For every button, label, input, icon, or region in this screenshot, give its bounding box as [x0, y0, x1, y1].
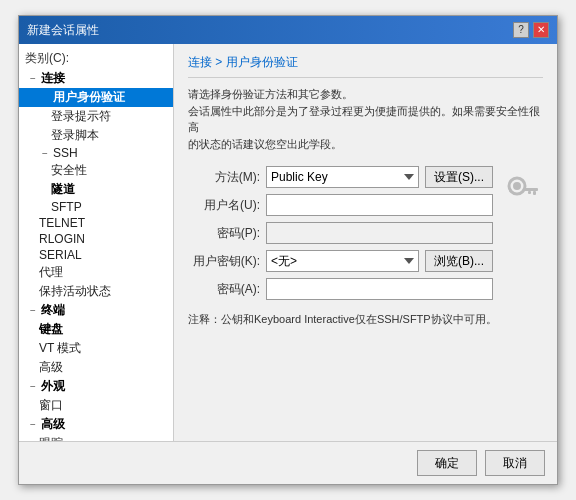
icon-column	[503, 166, 543, 300]
sidebar-item-label: 高级	[41, 416, 65, 433]
username-label: 用户名(U):	[188, 197, 260, 214]
help-button[interactable]: ?	[513, 22, 529, 38]
expand-icon: −	[27, 381, 39, 392]
svg-point-1	[513, 182, 521, 190]
userkey-select[interactable]: <无>	[266, 250, 419, 272]
sidebar-item-label: 安全性	[51, 162, 87, 179]
userkey-row: 用户密钥(K): <无> 浏览(B)...	[188, 250, 493, 272]
sidebar-item-login-hint[interactable]: 登录提示符	[19, 107, 173, 126]
sidebar-item-label: SSH	[53, 146, 78, 160]
sidebar-item-ssh[interactable]: − SSH	[19, 145, 173, 161]
sidebar-item-connect[interactable]: − 连接	[19, 69, 173, 88]
main-content: 连接 > 用户身份验证 请选择身份验证方法和其它参数。 会话属性中此部分是为了登…	[174, 44, 557, 441]
passphrase-label: 密码(A):	[188, 281, 260, 298]
sidebar-item-script[interactable]: 登录脚本	[19, 126, 173, 145]
sidebar-item-label: 用户身份验证	[53, 89, 125, 106]
sidebar-item-keyboard[interactable]: 键盘	[19, 320, 173, 339]
sidebar-item-label: 高级	[39, 359, 63, 376]
sidebar-item-advanced2[interactable]: − 高级	[19, 415, 173, 434]
sidebar-item-rlogin[interactable]: RLOGIN	[19, 231, 173, 247]
sidebar-item-label: VT 模式	[39, 340, 81, 357]
sidebar-item-telnet[interactable]: TELNET	[19, 215, 173, 231]
form-area: 方法(M): Public Key Password Keyboard Inte…	[188, 166, 493, 300]
method-select[interactable]: Public Key Password Keyboard Interactive…	[266, 166, 419, 188]
sidebar-item-serial[interactable]: SERIAL	[19, 247, 173, 263]
breadcrumb: 连接 > 用户身份验证	[188, 54, 543, 78]
sidebar-item-label: 外观	[41, 378, 65, 395]
sidebar-item-trace[interactable]: 跟踪	[19, 434, 173, 441]
password-label: 密码(P):	[188, 225, 260, 242]
sidebar-item-advanced[interactable]: 高级	[19, 358, 173, 377]
cancel-button[interactable]: 取消	[485, 450, 545, 476]
key-icon	[503, 170, 543, 210]
sidebar-item-label: 隧道	[51, 181, 75, 198]
sidebar-item-label: 代理	[39, 264, 63, 281]
settings-button[interactable]: 设置(S)...	[425, 166, 493, 188]
browse-button[interactable]: 浏览(B)...	[425, 250, 493, 272]
sidebar-item-terminal[interactable]: − 终端	[19, 301, 173, 320]
svg-rect-4	[528, 191, 531, 194]
sidebar-item-tunnel[interactable]: 隧道	[19, 180, 173, 199]
sidebar-item-window[interactable]: 窗口	[19, 396, 173, 415]
passphrase-row: 密码(A):	[188, 278, 493, 300]
sidebar-item-label: TELNET	[39, 216, 85, 230]
sidebar-item-label: 登录脚本	[51, 127, 99, 144]
expand-icon: −	[27, 73, 39, 84]
footer-bar: 确定 取消	[19, 441, 557, 484]
sidebar-item-security[interactable]: 安全性	[19, 161, 173, 180]
password-input	[266, 222, 493, 244]
sidebar-item-label: 登录提示符	[51, 108, 111, 125]
username-row: 用户名(U):	[188, 194, 493, 216]
ok-button[interactable]: 确定	[417, 450, 477, 476]
sidebar-item-vt-mode[interactable]: VT 模式	[19, 339, 173, 358]
method-label: 方法(M):	[188, 169, 260, 186]
category-label: 类别(C):	[19, 48, 173, 69]
sidebar-item-auth[interactable]: 用户身份验证	[19, 88, 173, 107]
sidebar-item-label: 保持活动状态	[39, 283, 111, 300]
userkey-label: 用户密钥(K):	[188, 253, 260, 270]
method-row: 方法(M): Public Key Password Keyboard Inte…	[188, 166, 493, 188]
window-title: 新建会话属性	[27, 22, 99, 39]
sidebar-item-label: RLOGIN	[39, 232, 85, 246]
form-container: 方法(M): Public Key Password Keyboard Inte…	[188, 166, 543, 300]
sidebar-item-label: 终端	[41, 302, 65, 319]
sidebar-item-label: 连接	[41, 70, 65, 87]
sidebar-item-label: 键盘	[39, 321, 63, 338]
close-button[interactable]: ✕	[533, 22, 549, 38]
note-text: 注释：公钥和Keyboard Interactive仅在SSH/SFTP协议中可…	[188, 312, 543, 327]
sidebar-item-label: SFTP	[51, 200, 82, 214]
sidebar-item-proxy[interactable]: 代理	[19, 263, 173, 282]
description-text: 请选择身份验证方法和其它参数。 会话属性中此部分是为了登录过程更为便捷而提供的。…	[188, 86, 543, 152]
title-bar: 新建会话属性 ? ✕	[19, 16, 557, 44]
window-body: 类别(C): − 连接 用户身份验证 登录提示符 登录脚本 − SSH	[19, 44, 557, 441]
passphrase-input[interactable]	[266, 278, 493, 300]
sidebar-item-label: SERIAL	[39, 248, 82, 262]
expand-icon: −	[39, 148, 51, 159]
form-fields: 方法(M): Public Key Password Keyboard Inte…	[188, 166, 493, 300]
expand-icon: −	[27, 419, 39, 430]
sidebar: 类别(C): − 连接 用户身份验证 登录提示符 登录脚本 − SSH	[19, 44, 174, 441]
svg-rect-2	[524, 188, 538, 191]
svg-rect-3	[533, 191, 536, 195]
sidebar-item-sftp[interactable]: SFTP	[19, 199, 173, 215]
sidebar-item-appearance[interactable]: − 外观	[19, 377, 173, 396]
main-window: 新建会话属性 ? ✕ 类别(C): − 连接 用户身份验证 登录提示符 登录脚本	[18, 15, 558, 485]
password-row: 密码(P):	[188, 222, 493, 244]
expand-icon: −	[27, 305, 39, 316]
sidebar-item-keepalive[interactable]: 保持活动状态	[19, 282, 173, 301]
window-controls: ? ✕	[513, 22, 549, 38]
sidebar-item-label: 窗口	[39, 397, 63, 414]
username-input[interactable]	[266, 194, 493, 216]
